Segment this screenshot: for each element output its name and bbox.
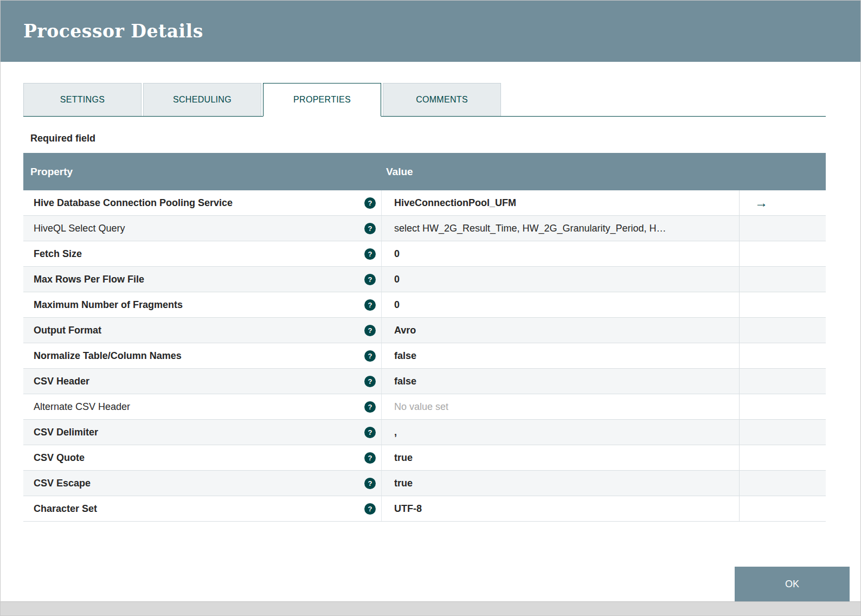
action-cell <box>739 216 826 241</box>
property-name: Maximum Number of Fragments <box>34 299 183 311</box>
table-row: Fetch Size ? 0 <box>23 241 826 267</box>
table-row: Character Set ? UTF-8 <box>23 496 826 522</box>
help-icon[interactable]: ? <box>364 274 376 285</box>
properties-table: Property Value Hive Database Connection … <box>23 153 826 522</box>
help-icon[interactable]: ? <box>364 503 376 515</box>
action-cell <box>739 369 826 394</box>
go-to-service-icon[interactable]: → <box>755 196 768 209</box>
value-cell[interactable]: 0 <box>381 292 739 317</box>
action-cell <box>739 343 826 368</box>
action-cell: → <box>739 190 826 215</box>
help-icon[interactable]: ? <box>364 350 376 362</box>
property-value: false <box>394 350 416 362</box>
property-cell: CSV Quote ? <box>23 445 381 470</box>
table-row: Maximum Number of Fragments ? 0 <box>23 292 826 318</box>
property-cell: HiveQL Select Query ? <box>23 216 381 241</box>
property-value: UTF-8 <box>394 503 422 515</box>
value-cell[interactable]: 0 <box>381 241 739 266</box>
property-name: CSV Escape <box>34 478 91 489</box>
processor-details-dialog: Processor Details SETTINGS SCHEDULING PR… <box>0 0 861 616</box>
tab-bar: SETTINGS SCHEDULING PROPERTIES COMMENTS <box>23 83 826 117</box>
action-cell <box>739 496 826 521</box>
property-name: CSV Header <box>34 376 89 387</box>
action-cell <box>739 394 826 419</box>
help-icon[interactable]: ? <box>364 299 376 311</box>
property-cell: CSV Header ? <box>23 369 381 394</box>
value-cell[interactable]: true <box>381 471 739 496</box>
help-icon[interactable]: ? <box>364 478 376 489</box>
action-cell <box>739 267 826 292</box>
help-icon[interactable]: ? <box>364 401 376 413</box>
table-row: Normalize Table/Column Names ? false <box>23 343 826 369</box>
required-field-label: Required field <box>23 133 826 144</box>
property-cell: Hive Database Connection Pooling Service… <box>23 190 381 215</box>
table-row: Alternate CSV Header ? No value set <box>23 394 826 420</box>
tab-settings[interactable]: SETTINGS <box>23 83 142 116</box>
dialog-title: Processor Details <box>23 21 203 42</box>
property-cell: Maximum Number of Fragments ? <box>23 292 381 317</box>
property-value: No value set <box>394 401 448 413</box>
dialog-bottom-edge <box>1 601 860 615</box>
property-value: , <box>394 427 397 438</box>
property-value: 0 <box>394 248 400 260</box>
table-row: HiveQL Select Query ? select HW_2G_Resul… <box>23 216 826 241</box>
value-cell[interactable]: UTF-8 <box>381 496 739 521</box>
table-row: Hive Database Connection Pooling Service… <box>23 190 826 216</box>
property-cell: Alternate CSV Header ? <box>23 394 381 419</box>
table-row: CSV Escape ? true <box>23 471 826 496</box>
help-icon[interactable]: ? <box>364 248 376 260</box>
property-name: Max Rows Per Flow File <box>34 274 144 285</box>
property-cell: Max Rows Per Flow File ? <box>23 267 381 292</box>
table-row: Output Format ? Avro <box>23 318 826 343</box>
help-icon[interactable]: ? <box>364 376 376 387</box>
property-name: CSV Delimiter <box>34 427 98 438</box>
property-name: Fetch Size <box>34 248 82 260</box>
property-name: Alternate CSV Header <box>34 401 130 413</box>
value-cell[interactable]: true <box>381 445 739 470</box>
action-cell <box>739 445 826 470</box>
column-header-value: Value <box>381 166 739 178</box>
value-cell[interactable]: 0 <box>381 267 739 292</box>
action-cell <box>739 292 826 317</box>
tab-comments[interactable]: COMMENTS <box>383 83 501 116</box>
dialog-header: Processor Details <box>1 1 860 62</box>
value-cell[interactable]: select HW_2G_Result_Time, HW_2G_Granular… <box>381 216 739 241</box>
action-cell <box>739 318 826 343</box>
property-name: Normalize Table/Column Names <box>34 350 182 362</box>
table-row: CSV Quote ? true <box>23 445 826 471</box>
table-row: CSV Delimiter ? , <box>23 420 826 445</box>
property-cell: CSV Escape ? <box>23 471 381 496</box>
value-cell[interactable]: , <box>381 420 739 445</box>
tab-scheduling[interactable]: SCHEDULING <box>143 83 261 116</box>
property-value: true <box>394 478 413 489</box>
value-cell[interactable]: HiveConnectionPool_UFM <box>381 190 739 215</box>
action-cell <box>739 471 826 496</box>
property-cell: Character Set ? <box>23 496 381 521</box>
value-cell[interactable]: Avro <box>381 318 739 343</box>
property-name: CSV Quote <box>34 452 85 464</box>
property-value: select HW_2G_Result_Time, HW_2G_Granular… <box>394 223 666 234</box>
value-cell[interactable]: false <box>381 369 739 394</box>
help-icon[interactable]: ? <box>364 427 376 438</box>
ok-button[interactable]: OK <box>735 567 850 601</box>
property-value: HiveConnectionPool_UFM <box>394 197 516 209</box>
help-icon[interactable]: ? <box>364 325 376 336</box>
action-cell <box>739 420 826 445</box>
property-value: 0 <box>394 274 400 285</box>
property-rows: Hive Database Connection Pooling Service… <box>23 190 826 522</box>
help-icon[interactable]: ? <box>364 197 376 209</box>
action-cell <box>739 241 826 266</box>
property-value: 0 <box>394 299 400 311</box>
value-cell[interactable]: No value set <box>381 394 739 419</box>
help-icon[interactable]: ? <box>364 452 376 464</box>
property-cell: CSV Delimiter ? <box>23 420 381 445</box>
help-icon[interactable]: ? <box>364 223 376 234</box>
value-cell[interactable]: false <box>381 343 739 368</box>
property-cell: Normalize Table/Column Names ? <box>23 343 381 368</box>
property-name: Character Set <box>34 503 97 515</box>
property-cell: Fetch Size ? <box>23 241 381 266</box>
tab-properties[interactable]: PROPERTIES <box>263 83 381 117</box>
dialog-content: SETTINGS SCHEDULING PROPERTIES COMMENTS … <box>1 62 860 522</box>
property-cell: Output Format ? <box>23 318 381 343</box>
property-name: Hive Database Connection Pooling Service <box>34 197 233 209</box>
